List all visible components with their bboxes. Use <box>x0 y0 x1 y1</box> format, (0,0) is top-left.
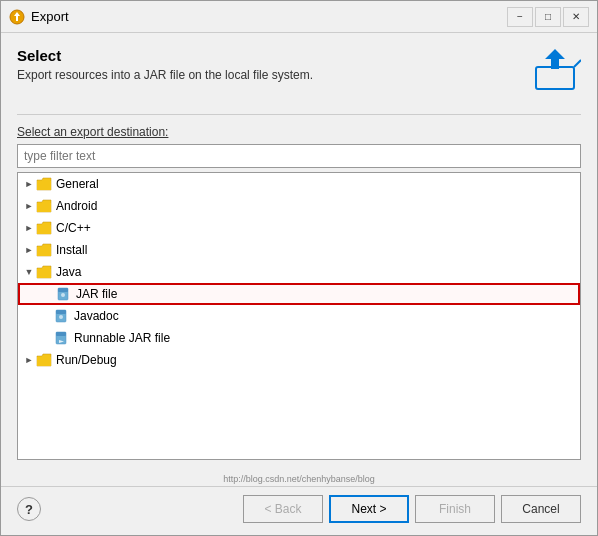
section-description: Export resources into a JAR file on the … <box>17 68 531 82</box>
back-button[interactable]: < Back <box>243 495 323 523</box>
footer-left: ? <box>17 497 41 521</box>
svg-rect-6 <box>58 288 68 292</box>
maximize-button[interactable]: □ <box>535 7 561 27</box>
tree-item-javadoc[interactable]: ► Javadoc <box>18 305 580 327</box>
arrow-general: ► <box>22 177 36 191</box>
svg-line-4 <box>574 60 581 67</box>
tree-item-run-debug[interactable]: ► Run/Debug <box>18 349 580 371</box>
tree-label-install: Install <box>56 243 87 257</box>
arrow-install: ► <box>22 243 36 257</box>
cancel-button[interactable]: Cancel <box>501 495 581 523</box>
header-text: Select Export resources into a JAR file … <box>17 47 531 94</box>
tree-label-javadoc: Javadoc <box>74 309 119 323</box>
title-controls: − □ ✕ <box>507 7 589 27</box>
footer: ? < Back Next > Finish Cancel <box>1 486 597 535</box>
next-button[interactable]: Next > <box>329 495 409 523</box>
tree-item-jar-file[interactable]: ► JAR file <box>18 283 580 305</box>
tree-item-runnable-jar[interactable]: ► Runnable JAR file <box>18 327 580 349</box>
folder-icon-install <box>36 243 52 257</box>
close-button[interactable]: ✕ <box>563 7 589 27</box>
tree-item-java[interactable]: ▼ Java <box>18 261 580 283</box>
header-row: Select Export resources into a JAR file … <box>17 47 581 94</box>
destination-label: Select an export destination: <box>17 125 581 139</box>
title-bar-left: Export <box>9 9 69 25</box>
section-title: Select <box>17 47 531 64</box>
tree-label-java: Java <box>56 265 81 279</box>
file-icon-javadoc <box>54 309 70 323</box>
tree-item-cpp[interactable]: ► C/C++ <box>18 217 580 239</box>
watermark: http://blog.csdn.net/chenhybanse/blog <box>1 474 597 486</box>
folder-icon-java <box>36 265 52 279</box>
export-dialog: Export − □ ✕ Select Export resources int… <box>0 0 598 536</box>
title-icon <box>9 9 25 25</box>
svg-rect-2 <box>536 67 574 89</box>
title-bar: Export − □ ✕ <box>1 1 597 33</box>
arrow-android: ► <box>22 199 36 213</box>
tree-label-jar-file: JAR file <box>76 287 117 301</box>
tree-label-android: Android <box>56 199 97 213</box>
tree-item-general[interactable]: ► General <box>18 173 580 195</box>
file-icon-runnable <box>54 331 70 345</box>
arrow-run-debug: ► <box>22 353 36 367</box>
minimize-button[interactable]: − <box>507 7 533 27</box>
tree-label-cpp: C/C++ <box>56 221 91 235</box>
help-button[interactable]: ? <box>17 497 41 521</box>
tree-label-runnable: Runnable JAR file <box>74 331 170 345</box>
svg-point-10 <box>59 315 63 319</box>
footer-right: < Back Next > Finish Cancel <box>243 495 581 523</box>
folder-icon-general <box>36 177 52 191</box>
export-graphic-icon <box>531 47 581 92</box>
divider <box>17 114 581 115</box>
main-content: Select Export resources into a JAR file … <box>1 33 597 474</box>
window-title: Export <box>31 9 69 24</box>
tree-item-android[interactable]: ► Android <box>18 195 580 217</box>
tree-item-install[interactable]: ► Install <box>18 239 580 261</box>
finish-button[interactable]: Finish <box>415 495 495 523</box>
arrow-cpp: ► <box>22 221 36 235</box>
folder-icon-cpp <box>36 221 52 235</box>
folder-icon-android <box>36 199 52 213</box>
tree-label-run-debug: Run/Debug <box>56 353 117 367</box>
folder-icon-run-debug <box>36 353 52 367</box>
svg-point-7 <box>61 293 65 297</box>
arrow-java: ▼ <box>22 265 36 279</box>
svg-rect-12 <box>56 332 66 336</box>
tree-container[interactable]: ► General ► Android ► <box>17 172 581 460</box>
file-icon-jar <box>56 287 72 301</box>
filter-input[interactable] <box>17 144 581 168</box>
svg-rect-9 <box>56 310 66 314</box>
tree-label-general: General <box>56 177 99 191</box>
